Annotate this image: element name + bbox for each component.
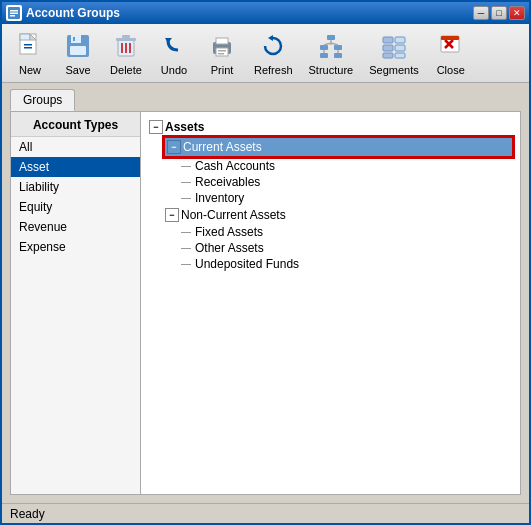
other-assets-line (181, 248, 191, 249)
right-panel: − Assets − Current Assets Cash Accounts (141, 112, 520, 494)
content-area: Account Types All Asset Liability Equity… (10, 111, 521, 495)
segments-icon (378, 30, 410, 62)
svg-rect-22 (216, 48, 228, 56)
svg-rect-21 (216, 38, 228, 44)
delete-button[interactable]: Delete (106, 28, 146, 78)
refresh-label: Refresh (254, 64, 293, 76)
svg-rect-27 (320, 45, 328, 50)
assets-label: Assets (165, 120, 204, 134)
account-types-list: All Asset Liability Equity Revenue Expen… (11, 137, 140, 494)
close-toolbar-icon (435, 30, 467, 62)
svg-rect-8 (24, 47, 32, 49)
save-button[interactable]: Save (58, 28, 98, 78)
print-label: Print (211, 64, 234, 76)
tab-bar: Groups (2, 83, 529, 111)
title-bar: Account Groups ─ □ ✕ (2, 2, 529, 24)
inventory-label: Inventory (195, 191, 244, 205)
tree-root-assets[interactable]: − Assets (147, 118, 514, 136)
svg-rect-14 (116, 38, 136, 41)
svg-rect-37 (383, 45, 393, 51)
svg-marker-19 (165, 38, 172, 43)
window-icon (6, 5, 22, 21)
svg-rect-5 (20, 34, 30, 40)
svg-rect-39 (395, 37, 405, 43)
type-liability[interactable]: Liability (11, 177, 140, 197)
undo-label: Undo (161, 64, 187, 76)
svg-rect-45 (441, 36, 459, 40)
inventory-node[interactable]: Inventory (179, 190, 514, 206)
new-button[interactable]: New (10, 28, 50, 78)
non-current-assets-node[interactable]: − Non-Current Assets (163, 206, 514, 224)
type-equity[interactable]: Equity (11, 197, 140, 217)
svg-rect-24 (218, 53, 224, 55)
svg-rect-41 (395, 53, 405, 58)
svg-rect-28 (334, 45, 342, 50)
assets-expander[interactable]: − (149, 120, 163, 134)
undo-icon (158, 30, 190, 62)
inventory-line (181, 198, 191, 199)
undo-button[interactable]: Undo (154, 28, 194, 78)
close-toolbar-button[interactable]: Close (431, 28, 471, 78)
refresh-button[interactable]: Refresh (250, 28, 297, 78)
save-icon (62, 30, 94, 62)
main-window: Account Groups ─ □ ✕ New (0, 0, 531, 525)
non-current-assets-label: Non-Current Assets (181, 208, 286, 222)
undeposited-funds-label: Undeposited Funds (195, 257, 299, 271)
delete-label: Delete (110, 64, 142, 76)
fixed-assets-line (181, 232, 191, 233)
print-button[interactable]: Print (202, 28, 242, 78)
window-controls: ─ □ ✕ (473, 6, 525, 20)
svg-line-31 (331, 43, 338, 45)
cash-accounts-node[interactable]: Cash Accounts (179, 158, 514, 174)
minimize-button[interactable]: ─ (473, 6, 489, 20)
print-icon (206, 30, 238, 62)
other-assets-node[interactable]: Other Assets (179, 240, 514, 256)
svg-line-30 (324, 43, 331, 45)
delete-icon (110, 30, 142, 62)
svg-rect-1 (10, 10, 18, 12)
refresh-icon (257, 30, 289, 62)
structure-label: Structure (309, 64, 354, 76)
svg-rect-10 (71, 35, 81, 43)
svg-rect-26 (327, 35, 335, 40)
left-panel: Account Types All Asset Liability Equity… (11, 112, 141, 494)
svg-rect-38 (383, 53, 393, 58)
svg-rect-33 (334, 53, 342, 58)
segments-button[interactable]: Segments (365, 28, 423, 78)
type-asset[interactable]: Asset (11, 157, 140, 177)
type-all[interactable]: All (11, 137, 140, 157)
other-assets-label: Other Assets (195, 241, 264, 255)
window-title: Account Groups (26, 6, 469, 20)
current-assets-label: Current Assets (183, 140, 262, 154)
close-toolbar-label: Close (437, 64, 465, 76)
new-label: New (19, 64, 41, 76)
type-revenue[interactable]: Revenue (11, 217, 140, 237)
toolbar: New Save (2, 24, 529, 83)
svg-rect-3 (10, 15, 15, 17)
receivables-node[interactable]: Receivables (179, 174, 514, 190)
fixed-assets-node[interactable]: Fixed Assets (179, 224, 514, 240)
structure-button[interactable]: Structure (305, 28, 358, 78)
svg-rect-11 (70, 46, 86, 55)
close-button[interactable]: ✕ (509, 6, 525, 20)
status-bar: Ready (2, 503, 529, 523)
svg-rect-2 (10, 13, 18, 15)
non-current-assets-expander[interactable]: − (165, 208, 179, 222)
undeposited-funds-line (181, 264, 191, 265)
cash-accounts-label: Cash Accounts (195, 159, 275, 173)
maximize-button[interactable]: □ (491, 6, 507, 20)
svg-rect-23 (218, 50, 226, 52)
svg-marker-25 (268, 35, 273, 41)
type-expense[interactable]: Expense (11, 237, 140, 257)
svg-rect-12 (73, 37, 75, 41)
fixed-assets-label: Fixed Assets (195, 225, 263, 239)
structure-icon (315, 30, 347, 62)
new-icon (14, 30, 46, 62)
tab-groups[interactable]: Groups (10, 89, 75, 111)
undeposited-funds-node[interactable]: Undeposited Funds (179, 256, 514, 272)
svg-rect-32 (320, 53, 328, 58)
current-assets-expander[interactable]: − (167, 140, 181, 154)
account-types-title: Account Types (11, 112, 140, 137)
receivables-line (181, 182, 191, 183)
current-assets-node[interactable]: − Current Assets (163, 136, 514, 158)
